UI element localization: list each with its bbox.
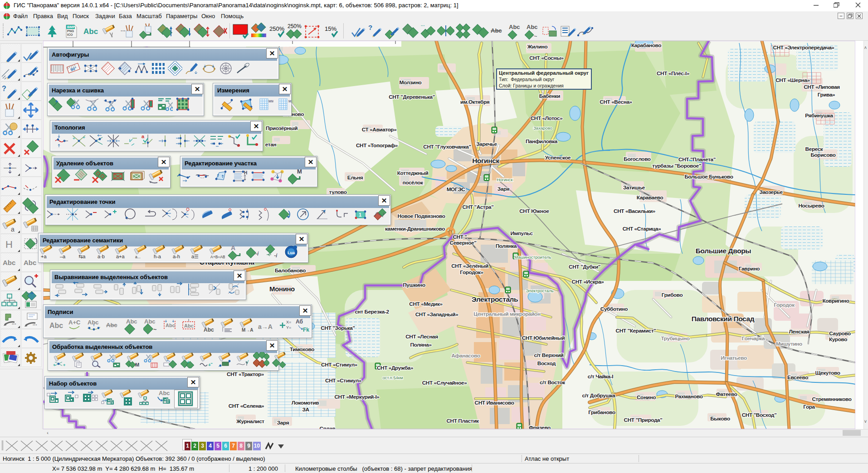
svg-text:+: + bbox=[83, 135, 85, 140]
svg-text:Балобаново: Балобаново bbox=[275, 267, 306, 274]
svg-text:H: H bbox=[5, 239, 13, 250]
svg-text:ост.п.54км: ост.п.54км bbox=[382, 375, 403, 380]
svg-text:Тимохово: Тимохово bbox=[290, 346, 314, 352]
svg-text:Гаврино: Гаврино bbox=[739, 265, 760, 272]
svg-text:Большое Буньково: Большое Буньково bbox=[684, 174, 733, 180]
svg-text:СНТ «Топограф»: СНТ «Топограф» bbox=[356, 142, 398, 149]
svg-text:Мишутино: Мишутино bbox=[776, 341, 802, 347]
svg-text:Сплав: Сплав bbox=[320, 425, 336, 429]
svg-text:СНТ «Селена»: СНТ «Селена» bbox=[229, 403, 264, 409]
svg-text:Abc: Abc bbox=[83, 27, 98, 36]
svg-text:СНТ "Керамист": СНТ "Керамист" bbox=[616, 328, 656, 334]
svg-text:+: + bbox=[53, 363, 55, 367]
svg-text:1: 1 bbox=[359, 212, 361, 217]
svg-text:Заря: Заря bbox=[277, 420, 289, 426]
svg-text:Центральный микрорайон: Центральный микрорайон bbox=[473, 311, 541, 317]
svg-text:BMP: BMP bbox=[67, 25, 75, 29]
svg-text:a...: a... bbox=[135, 255, 141, 259]
svg-text:СНТ "Глуховчанка": СНТ "Глуховчанка" bbox=[423, 144, 471, 150]
svg-text:етан: етан bbox=[265, 141, 277, 148]
svg-text:СНТ «Медик»: СНТ «Медик» bbox=[409, 301, 443, 307]
svg-text:СНТ «Дружба»: СНТ «Дружба» bbox=[377, 365, 414, 371]
svg-text:Афанасово: Афанасово bbox=[451, 352, 480, 359]
svg-text:M: M bbox=[135, 362, 139, 367]
svg-text:снт Березка-2: снт Березка-2 bbox=[355, 309, 389, 315]
svg-text:Щекутово: Щекутово bbox=[815, 370, 840, 376]
svg-text:Городок: Городок bbox=[774, 302, 795, 308]
svg-text:Импульс: Импульс bbox=[510, 230, 533, 236]
svg-text:Успенское: Успенское bbox=[545, 154, 571, 161]
svg-text:Ковригино: Ковригино bbox=[822, 298, 849, 304]
svg-text:Гора: Гора bbox=[803, 404, 815, 410]
svg-text:A+C: A+C bbox=[68, 319, 81, 326]
svg-text:Игнатьево: Игнатьево bbox=[721, 355, 747, 361]
svg-text:?: ? bbox=[2, 85, 6, 92]
svg-text:+: + bbox=[73, 136, 75, 141]
svg-text:Стремянниково: Стремянниково bbox=[812, 396, 851, 402]
svg-text:СНТ «Трактор»: СНТ «Трактор» bbox=[227, 371, 264, 377]
svg-text:a·b: a·b bbox=[98, 254, 105, 259]
svg-text:Abc: Abc bbox=[159, 390, 170, 396]
svg-text:Большие Дворы: Большие Дворы bbox=[696, 247, 751, 255]
svg-text:Северное": Северное" bbox=[450, 240, 477, 246]
svg-text:Abc: Abc bbox=[144, 318, 156, 325]
svg-text:Панфиловка: Панфиловка bbox=[526, 138, 558, 145]
svg-text:Fk: Fk bbox=[303, 327, 309, 333]
svg-text:Заречье: Заречье bbox=[476, 141, 497, 147]
svg-text:СНТ «Стимул»: СНТ «Стимул» bbox=[325, 377, 362, 384]
svg-text:СНТ «Электропередача»: СНТ «Электропередача» bbox=[773, 44, 835, 51]
svg-text:PNG: PNG bbox=[67, 29, 74, 33]
svg-text:⇆a: ⇆a bbox=[78, 254, 86, 259]
svg-text:A: A bbox=[231, 245, 235, 251]
svg-text:СНТ "Астра": СНТ "Астра" bbox=[463, 204, 494, 210]
svg-text:+: + bbox=[63, 363, 65, 367]
svg-text:Заря: Заря bbox=[497, 186, 510, 192]
svg-text:···: ··· bbox=[33, 323, 37, 328]
svg-text:Вереск: Вереск bbox=[805, 146, 823, 152]
svg-text:a☰: a☰ bbox=[191, 254, 199, 259]
svg-text:СНТ "Зорька": СНТ "Зорька" bbox=[321, 325, 355, 331]
svg-text:Lua: Lua bbox=[288, 251, 295, 255]
svg-text:Сонино: Сонино bbox=[637, 394, 656, 401]
svg-text:СНТ «Весна»: СНТ «Весна» bbox=[600, 99, 632, 105]
svg-text:СНТ «Лотос»: СНТ «Лотос» bbox=[531, 115, 563, 121]
svg-text:Захарово: Захарово bbox=[533, 125, 552, 130]
svg-text:СНТ Южное: СНТ Южное bbox=[519, 208, 549, 214]
svg-text:Жилино: Жилино bbox=[527, 43, 548, 50]
svg-text:H: H bbox=[244, 170, 247, 175]
svg-text:Приозёрный: Приозёрный bbox=[266, 125, 297, 131]
svg-text:M→A: M→A bbox=[242, 328, 254, 333]
svg-text:X=: X= bbox=[286, 320, 291, 324]
svg-text:с/т Добрушка: с/т Добрушка bbox=[582, 392, 615, 399]
svg-text:250%: 250% bbox=[288, 23, 302, 29]
svg-text:15%: 15% bbox=[325, 25, 336, 32]
svg-text:Коттеджный: Коттеджный bbox=[397, 170, 429, 176]
svg-text:с/т Верхний: с/т Верхний bbox=[534, 352, 564, 358]
svg-text:Саурово: Саурово bbox=[829, 330, 851, 337]
svg-text:Abc: Abc bbox=[49, 322, 63, 329]
svg-text:Борисово: Борисово bbox=[810, 152, 835, 158]
svg-text:Пушкино: Пушкино bbox=[403, 282, 425, 288]
svg-text:?: ? bbox=[368, 24, 372, 31]
svg-text:Abc: Abc bbox=[184, 323, 194, 328]
svg-text:Abc: Abc bbox=[106, 322, 117, 328]
svg-text:Abc: Abc bbox=[204, 327, 214, 333]
svg-text:Аб: Аб bbox=[296, 319, 303, 325]
svg-text:Abc: Abc bbox=[491, 27, 502, 34]
svg-text:СНТ «Плёс-I»: СНТ «Плёс-I» bbox=[657, 70, 690, 77]
svg-text:СНТ «Стимул»: СНТ «Стимул» bbox=[321, 362, 358, 368]
svg-text:Электросталь: Электросталь bbox=[526, 288, 553, 293]
svg-text:СНТ «Сосны»: СНТ «Сосны» bbox=[529, 55, 564, 61]
svg-text:+a: +a bbox=[41, 254, 47, 259]
svg-text:Журналист: Журналист bbox=[236, 418, 264, 425]
svg-text:Гончарка: Гончарка bbox=[742, 335, 765, 342]
svg-text:им.Октября: им.Октября bbox=[460, 99, 490, 105]
svg-text:Ногинск: Ногинск bbox=[472, 157, 499, 164]
svg-text:СНТ «Шерна»: СНТ «Шерна» bbox=[775, 77, 810, 83]
svg-text:Караваево: Караваево bbox=[637, 194, 663, 201]
svg-text:Abc: Abc bbox=[24, 259, 36, 266]
svg-text:Павловский Посад: Павловский Посад bbox=[692, 315, 755, 323]
svg-text:СНТ Иванисово: СНТ Иванисово bbox=[475, 400, 514, 406]
svg-text:h-a: h-a bbox=[154, 254, 161, 259]
svg-text:~: ~ bbox=[534, 33, 537, 39]
